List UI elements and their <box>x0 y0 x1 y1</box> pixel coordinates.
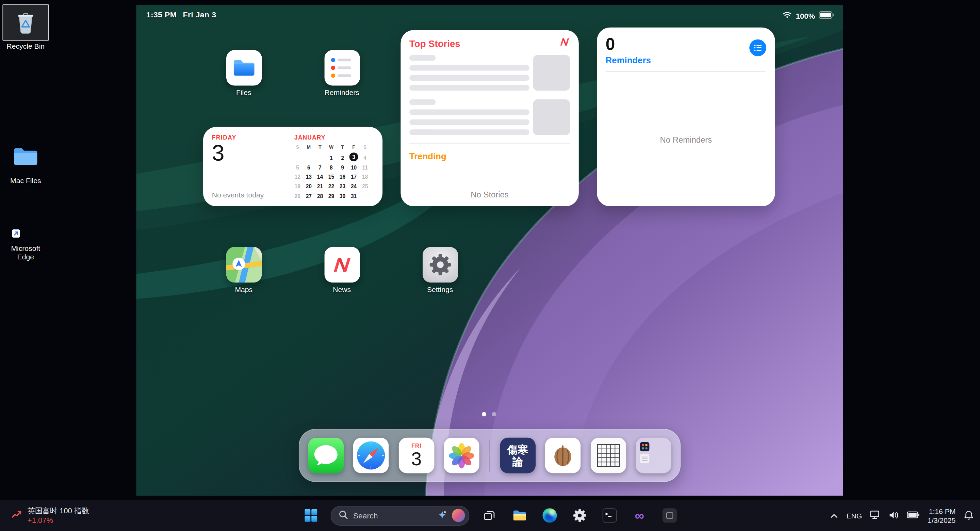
edge-button[interactable] <box>536 503 563 528</box>
taskbar-clock[interactable]: 1:16 PM 1/3/2025 <box>928 507 956 524</box>
search-highlight-image <box>452 509 465 522</box>
battery-icon <box>819 11 834 21</box>
dock-app-folder[interactable] <box>636 438 671 474</box>
maps-app-icon <box>226 247 262 283</box>
dock-app-walnut[interactable] <box>545 438 581 474</box>
app-label: Files <box>213 89 274 96</box>
story-skeleton <box>409 55 570 91</box>
settings-app-icon <box>422 247 458 283</box>
search-icon <box>339 510 348 521</box>
app-maps[interactable]: Maps <box>226 247 262 283</box>
calendar-month-label: JANUARY <box>294 134 376 140</box>
search-highlight-icon <box>438 510 447 521</box>
trending-label: Trending <box>409 143 570 161</box>
vm-app-button[interactable] <box>656 503 683 528</box>
volume-icon[interactable] <box>889 510 899 520</box>
page-indicator[interactable] <box>482 412 496 416</box>
reminders-count: 0 <box>606 36 766 53</box>
mini-month-day: 30 <box>340 189 345 201</box>
mini-month-day: 25 <box>362 180 368 191</box>
mini-month-dow: W <box>329 144 334 150</box>
taskbar-date: 1/3/2025 <box>928 516 956 525</box>
calendar-widget-left: FRIDAY 3 No events today <box>212 134 292 201</box>
mini-month: SMTWTFS123456789101112131415161718192021… <box>292 143 376 199</box>
desktop-icon-microsoft-edge[interactable]: Microsoft Edge <box>2 206 49 262</box>
page-dot <box>492 412 496 416</box>
no-stories-text: No Stories <box>401 190 579 199</box>
reminders-list-icon <box>749 40 766 56</box>
ipad-status-right: 100% <box>783 11 834 21</box>
dock: FRI 3 <box>299 429 681 482</box>
shortcut-arrow-icon <box>12 230 20 238</box>
app-settings[interactable]: Settings <box>422 247 458 283</box>
folder-mini-app-icon <box>640 442 649 452</box>
stock-chart-icon <box>11 509 22 523</box>
ipad-clock: 1:35 PM <box>146 11 177 19</box>
desktop-icon-mac-files[interactable]: Mac Files <box>2 139 49 185</box>
mini-month-dow: S <box>363 144 366 150</box>
mini-month-dow: S <box>296 144 299 150</box>
mini-month-dow: M <box>307 144 311 150</box>
dock-app-messages[interactable] <box>308 438 344 474</box>
stock-name: 英国富时 100 指数 <box>27 506 89 516</box>
screen: Recycle Bin Mac Files Microsoft Edge <box>0 0 980 531</box>
start-button[interactable] <box>297 503 324 528</box>
network-icon[interactable] <box>870 510 881 521</box>
search-box[interactable]: Search <box>331 505 469 526</box>
desktop-icon-label: Recycle Bin <box>2 43 49 51</box>
windows-taskbar: 英国富时 100 指数 +1.07% Search <box>0 500 980 531</box>
app-label: News <box>312 285 372 293</box>
top-stories-title: Top Stories <box>409 38 460 48</box>
dock-calendar-day: 3 <box>411 449 422 469</box>
news-app-icon <box>324 247 360 283</box>
top-stories-widget[interactable]: Top Stories Trending No Stories <box>401 30 579 206</box>
app-label: Reminders <box>312 89 372 96</box>
edge-icon <box>2 206 49 243</box>
calendar-weekday: FRIDAY <box>212 134 292 140</box>
notifications-bell-icon[interactable] <box>964 510 974 521</box>
dock-app-shanghanlun[interactable]: 傷寒論 <box>500 438 536 474</box>
mini-month-day: 26 <box>295 189 301 201</box>
taskbar-widgets-button[interactable]: 英国富时 100 指数 +1.07% <box>5 500 95 531</box>
mini-month-dow: T <box>318 144 321 150</box>
calendar-widget-right: JANUARY SMTWTFS1234567891011121314151617… <box>292 134 376 201</box>
app-reminders[interactable]: Reminders <box>324 50 360 86</box>
battery-tray-icon[interactable] <box>907 512 920 520</box>
reminders-widget[interactable]: 0 Reminders No Reminders <box>597 27 775 206</box>
dock-app-calendar[interactable]: FRI 3 <box>398 438 434 474</box>
story-thumbnail-placeholder <box>533 55 570 91</box>
visual-studio-button[interactable]: ∞ <box>626 503 653 528</box>
app-news[interactable]: News <box>324 247 360 283</box>
search-placeholder: Search <box>353 511 433 520</box>
mini-month-dow: F <box>352 144 355 150</box>
mini-month-day: 31 <box>351 189 356 201</box>
dock-app-grid[interactable] <box>590 438 626 474</box>
desktop-icon-label: Microsoft Edge <box>2 244 49 262</box>
mini-month-dow: T <box>341 144 344 150</box>
desktop-icon-recycle-bin[interactable]: Recycle Bin <box>2 5 49 51</box>
file-explorer-button[interactable] <box>506 503 533 528</box>
mini-month-day: 27 <box>306 189 312 201</box>
terminal-button[interactable]: >_ <box>595 503 623 528</box>
folder-mini-app-icon <box>640 454 649 463</box>
calendar-widget[interactable]: FRIDAY 3 No events today JANUARY SMTWTFS… <box>203 127 382 206</box>
dock-divider <box>489 439 490 472</box>
divider <box>606 71 766 72</box>
taskbar-time: 1:16 PM <box>928 507 956 516</box>
cjk-app-title: 傷寒論 <box>505 443 530 467</box>
story-thumbnail-placeholder <box>533 99 570 135</box>
dock-app-photos[interactable] <box>444 438 480 474</box>
page-dot-current <box>482 412 486 416</box>
settings-button[interactable] <box>566 503 593 528</box>
hidden-icons-chevron[interactable] <box>830 512 838 520</box>
task-view-button[interactable] <box>476 503 503 528</box>
calendar-no-events: No events today <box>212 191 264 199</box>
language-indicator[interactable]: ENG <box>846 512 862 520</box>
story-skeleton <box>409 99 570 135</box>
app-files[interactable]: Files <box>226 50 262 86</box>
dock-app-safari[interactable] <box>353 438 389 474</box>
taskbar-center: Search <box>297 500 683 531</box>
wifi-icon <box>783 11 792 21</box>
files-app-icon <box>226 50 262 86</box>
taskbar-tray: ENG <box>830 500 974 531</box>
